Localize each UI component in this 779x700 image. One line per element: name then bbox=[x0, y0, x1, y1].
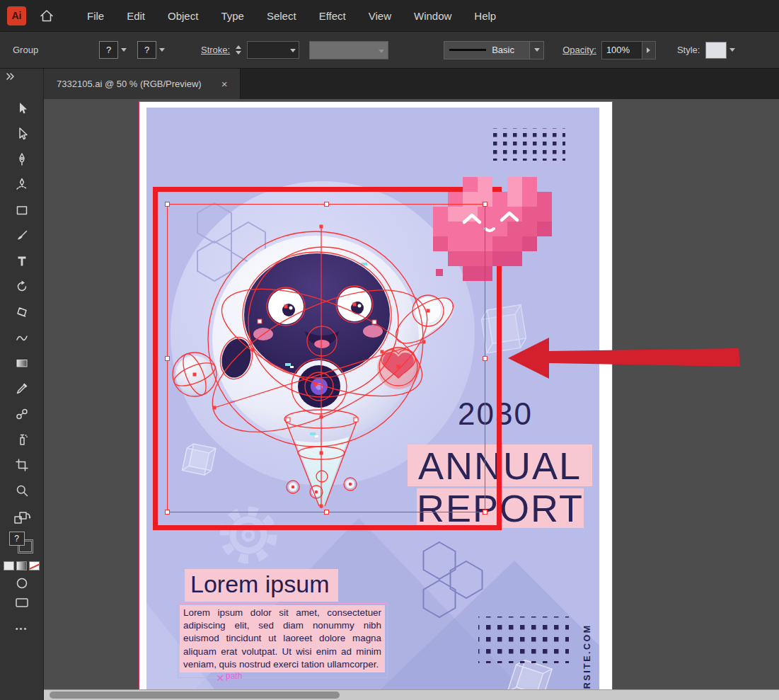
document-tab-bar: 7332105.ai @ 50 % (RGB/Preview) × bbox=[44, 69, 779, 99]
opacity-label[interactable]: Opacity: bbox=[562, 45, 596, 55]
gradient-tool[interactable] bbox=[7, 350, 37, 376]
handle-middle-right[interactable] bbox=[483, 356, 487, 361]
document-tab[interactable]: 7332105.ai @ 50 % (RGB/Preview) × bbox=[44, 69, 241, 99]
handle-top-center[interactable] bbox=[324, 202, 329, 207]
poster-artwork[interactable]: 2030 ANNUAL REPORT Lorem ipsum Lorem ips… bbox=[146, 108, 599, 700]
menu-window[interactable]: Window bbox=[403, 1, 463, 30]
menu-view[interactable]: View bbox=[357, 1, 403, 30]
eraser-tool[interactable] bbox=[7, 299, 37, 325]
brush-definition-control[interactable]: Basic bbox=[444, 41, 544, 59]
tools-panel: ? ••• bbox=[0, 69, 44, 700]
selection-tool[interactable] bbox=[7, 96, 37, 121]
draw-mode-icon[interactable] bbox=[15, 576, 29, 590]
path-label: path bbox=[226, 671, 242, 681]
brush-stroke-preview bbox=[449, 49, 486, 51]
stroke-color-control[interactable]: ? bbox=[137, 41, 167, 59]
type-tool[interactable] bbox=[7, 248, 37, 274]
tab-close-icon[interactable]: × bbox=[221, 78, 228, 90]
screen-mode-icon[interactable] bbox=[14, 596, 30, 609]
fill-stroke-proxy[interactable]: ? bbox=[9, 532, 35, 556]
stroke-weight-dropdown[interactable] bbox=[247, 41, 299, 59]
expand-panel-icon[interactable] bbox=[6, 73, 16, 80]
stroke-swatch[interactable]: ? bbox=[137, 41, 156, 59]
poster-subheading[interactable]: Lorem ipsum bbox=[185, 569, 338, 602]
more-tools-icon[interactable]: ••• bbox=[16, 624, 28, 633]
opacity-stepper-icon[interactable] bbox=[642, 41, 656, 59]
fill-proxy-swatch[interactable]: ? bbox=[9, 532, 25, 546]
annotation-arrow bbox=[495, 322, 779, 393]
fill-color-control[interactable]: ? bbox=[99, 41, 129, 59]
none-button[interactable] bbox=[29, 561, 40, 570]
stepper-up-icon[interactable] bbox=[236, 45, 241, 49]
artboard-tool[interactable] bbox=[7, 452, 37, 478]
rotate-tool[interactable] bbox=[7, 274, 37, 299]
stroke-weight-stepper[interactable] bbox=[236, 41, 247, 59]
blend-tool[interactable] bbox=[7, 401, 37, 427]
eyedropper-tool[interactable] bbox=[7, 376, 37, 401]
dot-grid-bottom bbox=[478, 616, 569, 663]
gradient-button[interactable] bbox=[16, 561, 27, 570]
handle-bottom-left[interactable] bbox=[165, 510, 170, 515]
pen-tool[interactable] bbox=[7, 147, 37, 172]
handle-top-left[interactable] bbox=[165, 202, 170, 207]
poster-website-text[interactable]: WWW.YOURSITE.COM bbox=[582, 599, 592, 700]
document-tab-title: 7332105.ai @ 50 % (RGB/Preview) bbox=[57, 79, 202, 89]
handle-top-right[interactable] bbox=[483, 202, 487, 207]
fill-dropdown-icon[interactable] bbox=[118, 41, 129, 59]
home-icon[interactable] bbox=[37, 6, 56, 25]
selection-type-label: Group bbox=[13, 45, 99, 55]
brush-dropdown-icon[interactable] bbox=[530, 41, 544, 59]
horizontal-scrollbar-thumb[interactable] bbox=[50, 692, 340, 699]
opacity-input[interactable] bbox=[601, 41, 642, 59]
brush-name: Basic bbox=[492, 45, 514, 55]
zoom-tool[interactable] bbox=[7, 478, 37, 503]
selection-bounding-box[interactable] bbox=[167, 204, 485, 512]
artboard[interactable]: 2030 ANNUAL REPORT Lorem ipsum Lorem ips… bbox=[139, 101, 613, 700]
menu-edit[interactable]: Edit bbox=[115, 1, 156, 30]
body-text-frame[interactable]: Lorem ipsum dolor sit amet, consectetuer… bbox=[178, 603, 388, 678]
control-bar: Group ? ? Stroke: Basic Opacity: Style: bbox=[0, 32, 779, 69]
menu-help[interactable]: Help bbox=[463, 1, 507, 30]
variable-width-dropdown bbox=[309, 41, 388, 59]
stroke-dropdown-icon[interactable] bbox=[156, 41, 167, 59]
menu-effect[interactable]: Effect bbox=[308, 1, 357, 30]
style-swatch[interactable] bbox=[705, 42, 727, 59]
path-anchor-icon bbox=[217, 675, 224, 682]
paintbrush-tool[interactable] bbox=[7, 223, 37, 248]
direct-selection-tool[interactable] bbox=[7, 121, 37, 147]
menu-file[interactable]: File bbox=[76, 1, 115, 30]
menu-select[interactable]: Select bbox=[255, 1, 308, 30]
stepper-down-icon[interactable] bbox=[236, 51, 241, 54]
handle-bottom-right[interactable] bbox=[483, 510, 487, 515]
handle-bottom-center[interactable] bbox=[324, 510, 329, 515]
menu-bar: Ai File Edit Object Type Select Effect V… bbox=[0, 0, 779, 32]
symbol-sprayer-tool[interactable] bbox=[7, 427, 37, 452]
poster-body-text[interactable]: Lorem ipsum dolor sit amet, consectetuer… bbox=[180, 605, 385, 672]
dot-grid-top bbox=[487, 128, 565, 161]
shaper-tool[interactable] bbox=[7, 325, 37, 350]
color-button[interactable] bbox=[4, 561, 14, 570]
app-logo-icon[interactable]: Ai bbox=[7, 6, 26, 25]
menu-type[interactable]: Type bbox=[209, 1, 255, 30]
brush-field[interactable]: Basic bbox=[444, 41, 530, 59]
handle-middle-left[interactable] bbox=[165, 356, 170, 361]
style-dropdown-icon[interactable] bbox=[727, 41, 737, 59]
swap-fill-stroke-icon[interactable] bbox=[13, 510, 31, 526]
stroke-weight-label[interactable]: Stroke: bbox=[201, 45, 230, 55]
fill-swatch[interactable]: ? bbox=[99, 41, 118, 59]
curvature-tool[interactable] bbox=[7, 172, 37, 197]
rectangle-tool[interactable] bbox=[7, 197, 37, 223]
horizontal-scrollbar[interactable] bbox=[44, 689, 779, 700]
style-label: Style: bbox=[677, 45, 700, 55]
menu-object[interactable]: Object bbox=[156, 1, 209, 30]
